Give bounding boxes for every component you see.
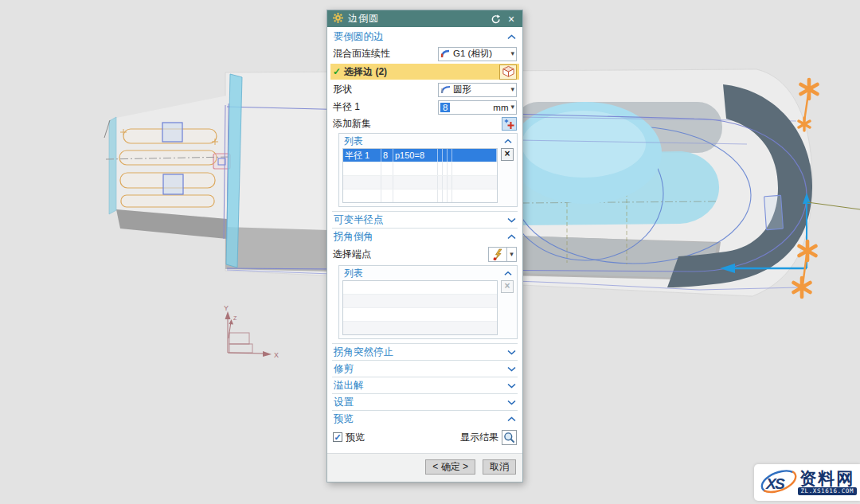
chevron-down-icon: ▾	[510, 104, 514, 111]
remove-endpoint-button[interactable]: ×	[501, 280, 514, 293]
radius-unit: mm	[493, 103, 508, 112]
add-new-set-row: 添加新集	[332, 117, 518, 131]
radius-value: 8	[440, 103, 450, 112]
section-header-edges[interactable]: 要倒圆的边	[332, 29, 518, 45]
magnifier-icon	[503, 432, 515, 443]
gear-icon	[333, 13, 343, 25]
continuity-label: 混合面连续性	[333, 47, 390, 61]
chevron-down-icon: ▾	[510, 86, 514, 93]
ok-button[interactable]: < 确定 >	[425, 459, 475, 475]
section-header-corner-chamfer[interactable]: 拐角倒角	[332, 229, 518, 244]
section-overflow: 溢出解	[332, 377, 518, 393]
select-edge-label: 选择边 (2)	[344, 65, 387, 79]
shape-row: 形状 圆形 ▾	[332, 82, 518, 97]
watermark-logo-text: XS	[765, 475, 785, 492]
chevron-up-icon[interactable]	[504, 271, 512, 276]
check-icon: ✓	[333, 66, 341, 77]
add-new-set-button[interactable]	[502, 117, 517, 131]
dialog-title: 边倒圆	[348, 12, 485, 25]
endpoint-list-table[interactable]	[342, 280, 498, 335]
point-picker-button[interactable]	[488, 247, 507, 262]
leftbox-left-face[interactable]	[109, 117, 116, 214]
select-edge-row[interactable]: ✓ 选择边 (2)	[330, 64, 519, 80]
point-picker-icon	[491, 248, 504, 261]
section-settings: 设置	[332, 393, 518, 410]
list-header[interactable]: 列表	[342, 267, 514, 280]
table-row[interactable]	[343, 321, 497, 334]
table-row[interactable]	[343, 175, 497, 189]
list-header[interactable]: 列表	[342, 135, 514, 148]
fillet-shape-icon	[440, 84, 451, 95]
chevron-up-icon[interactable]	[507, 234, 516, 240]
watermark: XS 资料网 ZL.XS1616.COM	[754, 464, 860, 501]
shape-label: 形状	[333, 83, 352, 96]
chevron-down-icon: ▾	[510, 50, 514, 57]
add-new-set-label: 添加新集	[333, 117, 371, 131]
cancel-button[interactable]: 取消	[483, 459, 516, 475]
table-row[interactable]	[343, 307, 497, 321]
section-header-corner-stop[interactable]: 拐角突然停止	[332, 344, 518, 360]
dialog-footer: < 确定 > 取消	[327, 453, 522, 482]
section-variable-radius: 可变半径点	[332, 211, 518, 228]
chevron-up-icon[interactable]	[507, 416, 516, 422]
g1-continuity-icon	[440, 49, 451, 59]
chevron-down-icon[interactable]	[507, 400, 516, 405]
table-row[interactable]	[343, 281, 497, 294]
chevron-down-icon[interactable]	[507, 350, 516, 355]
section-header-variable-radius[interactable]: 可变半径点	[332, 212, 518, 228]
radius-input[interactable]: 8 mm ▾	[438, 100, 517, 115]
select-endpoint-row: 选择端点 ▾	[332, 246, 518, 263]
radius-list-group: 列表 半径 1 8 p150=8	[338, 133, 518, 207]
chevron-down-icon: ▾	[510, 251, 514, 258]
sketch-rectangle[interactable]	[764, 195, 784, 229]
axis-extension-line	[807, 202, 860, 209]
preview-checkbox[interactable]: ✓	[333, 432, 342, 442]
remove-set-button[interactable]: ×	[501, 148, 514, 161]
preview-row: ✓ 预览 显示结果	[332, 427, 518, 451]
chevron-down-icon[interactable]	[507, 366, 516, 372]
radius-label: 半径 1	[333, 100, 360, 114]
close-icon[interactable]: ×	[506, 14, 517, 25]
show-result-label: 显示结果	[460, 431, 498, 444]
section-header-trim[interactable]: 修剪	[332, 361, 518, 377]
show-result-button[interactable]	[502, 430, 517, 445]
shape-dropdown[interactable]: 圆形 ▾	[438, 83, 517, 97]
endpoint-list-group: 列表 ×	[338, 265, 518, 339]
select-endpoint-label: 选择端点	[333, 248, 371, 261]
continuity-row: 混合面连续性 G1 (相切) ▾	[332, 46, 518, 61]
preview-checkbox-wrap[interactable]: ✓ 预览	[333, 431, 365, 444]
radius-list-table[interactable]: 半径 1 8 p150=8	[342, 148, 498, 203]
section-header-overflow[interactable]: 溢出解	[332, 377, 518, 393]
reset-icon[interactable]	[490, 14, 501, 25]
chevron-down-icon[interactable]	[507, 217, 516, 223]
table-row[interactable]	[343, 294, 497, 307]
section-corner-chamfer: 拐角倒角 选择端点 ▾	[332, 228, 518, 339]
radius-row: 半径 1 8 mm ▾	[332, 100, 518, 115]
cube-icon	[502, 65, 515, 78]
table-row[interactable]	[343, 189, 497, 202]
preview-pad-highlight	[522, 111, 646, 178]
body-cube-button[interactable]	[499, 64, 517, 80]
section-preview: 预览 ✓ 预览 显示结果	[332, 410, 518, 451]
axis-label-x: X	[274, 351, 279, 359]
continuity-dropdown[interactable]: G1 (相切) ▾	[438, 47, 517, 61]
point-picker-dropdown[interactable]: ▾	[507, 247, 517, 262]
chevron-up-icon[interactable]	[507, 34, 516, 40]
section-corner-stop: 拐角突然停止	[332, 343, 518, 360]
watermark-logo-icon: XS	[758, 466, 798, 499]
table-row[interactable]	[343, 162, 497, 175]
chevron-up-icon[interactable]	[504, 139, 512, 144]
section-header-settings[interactable]: 设置	[332, 394, 518, 410]
dialog-titlebar[interactable]: 边倒圆 ×	[327, 10, 522, 27]
chevron-down-icon[interactable]	[507, 383, 516, 389]
axis-label-y: Y	[224, 304, 229, 312]
section-header-preview[interactable]: 预览	[332, 411, 518, 427]
table-row-selected[interactable]: 半径 1 8 p150=8	[343, 149, 497, 162]
datum-csys[interactable]: Y X Z	[224, 304, 279, 359]
add-set-icon	[504, 119, 515, 130]
section-trim: 修剪	[332, 360, 518, 377]
section-edges-to-blend: 要倒圆的边 混合面连续性 G1 (相切) ▾ ✓ 选择边 (2)	[332, 29, 518, 207]
edge-blend-dialog: 边倒圆 × 要倒圆的边 混合面连续性 G1 (相	[326, 10, 523, 483]
watermark-site-url: ZL.XS1616.COM	[798, 487, 858, 496]
snap-asterisk-1	[801, 80, 818, 99]
